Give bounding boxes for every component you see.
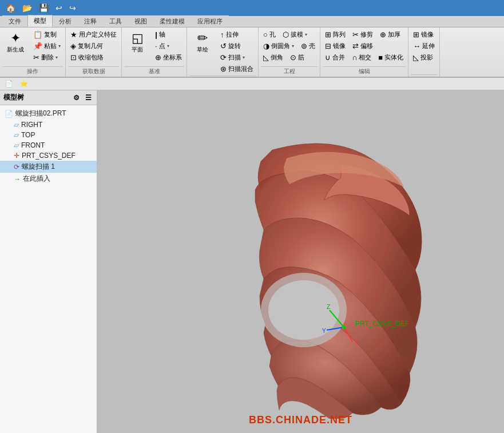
- ribbon-tabs: 文件 模型 分析 注释 工具 视图 柔性建模 应用程序: [0, 16, 504, 27]
- sweep-blend-btn[interactable]: ⊛扫描混合: [218, 63, 256, 74]
- tree-item-helix[interactable]: ⟳ 螺旋扫描 1: [0, 161, 97, 173]
- offset-btn[interactable]: ⇄偏移: [350, 41, 375, 51]
- tab-apps[interactable]: 应用程序: [191, 15, 229, 27]
- tab-analysis[interactable]: 分析: [53, 15, 78, 27]
- tree-title: 模型树: [3, 93, 24, 102]
- watermark: BBS.CHINADE.NET: [249, 414, 352, 426]
- model-tree: 模型树 ⚙ ☰ 📄 螺旋扫描02.PRT ▱ RIGHT ▱ TOP: [0, 90, 97, 433]
- plane-btn[interactable]: ◱ 平面: [124, 29, 150, 55]
- viewport[interactable]: Z Y X PRT_CSYS_DEF BBS.CHINADE.NET: [97, 90, 504, 433]
- tree-item-prt[interactable]: 📄 螺旋扫描02.PRT: [0, 108, 97, 120]
- ribbon: ✦ 新生成 📋复制 📌粘贴▾ ✂删除▾ 操作 ★用户定义特征: [0, 27, 504, 78]
- point-btn[interactable]: ·点▾: [153, 41, 184, 51]
- intersect-btn[interactable]: ∩相交: [350, 52, 374, 63]
- new-generate-btn[interactable]: ✦ 新生成: [2, 29, 29, 55]
- tab-tools[interactable]: 工具: [103, 15, 128, 27]
- rib-btn[interactable]: ⊙筋: [288, 52, 307, 63]
- extrude-btn[interactable]: ↑拉伸: [218, 29, 256, 40]
- thicken-btn[interactable]: ⊕加厚: [378, 29, 403, 40]
- home-btn[interactable]: 🏠: [3, 2, 18, 14]
- copy-btn[interactable]: 📋复制: [31, 29, 63, 40]
- ribbon-section-operations: ✦ 新生成 📋复制 📌粘贴▾ ✂删除▾ 操作: [0, 27, 66, 77]
- tree-columns-btn[interactable]: ☰: [84, 93, 93, 102]
- section-label-extra: [411, 74, 437, 76]
- ribbon-section-extra: ⊞镜像 ↔延伸 ◺投影: [408, 27, 440, 77]
- coord-label: PRT_CSYS_DEF: [355, 320, 409, 328]
- tab-flexible[interactable]: 柔性建模: [153, 15, 191, 27]
- revolve-btn[interactable]: ↺旋转: [218, 41, 256, 51]
- viewport-content: Z Y X PRT_CSYS_DEF BBS.CHINADE.NET: [97, 90, 504, 433]
- tab-file[interactable]: 文件: [2, 15, 27, 27]
- section-label-engineering: 工程: [261, 66, 318, 76]
- tree-item-csys[interactable]: ✛ PRT_CSYS_DEF: [0, 150, 97, 161]
- main-area: 模型树 ⚙ ☰ 📄 螺旋扫描02.PRT ▱ RIGHT ▱ TOP: [0, 90, 504, 433]
- ribbon-section-engineering: ○孔 ⬡拔模▾ ◑倒圆角▾ ⊚壳 ◺倒角: [259, 27, 320, 77]
- open-btn[interactable]: 📂: [20, 2, 34, 14]
- mirror-btn[interactable]: ⊟镜像: [323, 41, 348, 51]
- hole-btn[interactable]: ○孔: [261, 29, 278, 40]
- trim-btn[interactable]: ✂修剪: [350, 29, 375, 40]
- tree-settings-btn[interactable]: ⚙: [72, 93, 81, 102]
- copy-geo-btn[interactable]: ◈复制几何: [68, 41, 119, 51]
- undo-btn[interactable]: ↩: [53, 2, 65, 14]
- sketch-btn[interactable]: ✏ 草绘: [189, 29, 216, 55]
- sweep-btn[interactable]: ⟳扫描▾: [218, 52, 256, 63]
- section-label-operations: 操作: [2, 66, 63, 76]
- tab-model[interactable]: 模型: [27, 15, 53, 27]
- ribbon-section-shape: ✏ 草绘 ↑拉伸 ↺旋转 ⟳扫描▾ ⊛扫描混合 形状: [187, 27, 259, 77]
- extend-btn[interactable]: ↔延伸: [411, 41, 437, 51]
- section-label-datum: 基准: [124, 66, 184, 76]
- svg-point-9: [342, 325, 346, 329]
- svg-text:Z: Z: [327, 304, 330, 310]
- tb-btn-2[interactable]: ⭐: [17, 79, 31, 89]
- tree-item-front[interactable]: ▱ FRONT: [0, 140, 97, 150]
- section-label-edit: 编辑: [323, 66, 406, 76]
- tree-item-top[interactable]: ▱ TOP: [0, 130, 97, 140]
- svg-text:X: X: [354, 339, 358, 345]
- tree-item-right[interactable]: ▱ RIGHT: [0, 120, 97, 130]
- tree-items: 📄 螺旋扫描02.PRT ▱ RIGHT ▱ TOP ▱ FRONT ✛: [0, 105, 97, 187]
- axis-btn[interactable]: |轴: [153, 29, 184, 40]
- tab-view[interactable]: 视图: [128, 15, 153, 27]
- merge-btn[interactable]: ∪合并: [323, 52, 347, 63]
- ribbon-section-edit: ⊞阵列 ✂修剪 ⊕加厚 ⊟镜像 ⇄偏移: [320, 27, 408, 77]
- coord-btn[interactable]: ⊕坐标系: [153, 52, 184, 63]
- chamfer-btn[interactable]: ◺倒角: [261, 52, 285, 63]
- fillet-btn[interactable]: ◑倒圆角▾: [261, 41, 296, 51]
- tb-btn-1[interactable]: 📄: [2, 79, 16, 89]
- second-toolbar: 📄 ⭐: [0, 78, 504, 90]
- save-btn[interactable]: 💾: [37, 2, 51, 14]
- section-label-get-data: 获取数据: [68, 66, 119, 76]
- draft-btn[interactable]: ⬡拔模▾: [280, 29, 309, 40]
- pattern-btn[interactable]: ⊞阵列: [323, 29, 348, 40]
- model-svg: Z Y X PRT_CSYS_DEF: [175, 116, 427, 419]
- ribbon-section-get-data: ★用户定义特征 ◈复制几何 ⊡收缩包络 获取数据: [66, 27, 122, 77]
- paste-btn[interactable]: 📌粘贴▾: [31, 41, 63, 51]
- tree-item-insert-here[interactable]: → 在此插入: [0, 173, 97, 185]
- delete-btn[interactable]: ✂删除▾: [31, 52, 63, 63]
- ribbon-section-datum: ◱ 平面 |轴 ·点▾ ⊕坐标系 基准: [122, 27, 187, 77]
- mirror2-btn[interactable]: ⊞镜像: [411, 29, 437, 40]
- project-btn[interactable]: ◺投影: [411, 52, 437, 63]
- shrinkwrap-btn[interactable]: ⊡收缩包络: [68, 52, 119, 63]
- tab-annotation[interactable]: 注释: [78, 15, 103, 27]
- svg-text:Y: Y: [322, 328, 326, 334]
- tree-header: 模型树 ⚙ ☰: [0, 90, 97, 105]
- solidify-btn[interactable]: ■实体化: [376, 52, 406, 63]
- shell-btn[interactable]: ⊚壳: [299, 41, 318, 51]
- redo-btn[interactable]: ↪: [67, 2, 78, 14]
- user-feature-btn[interactable]: ★用户定义特征: [68, 29, 119, 40]
- quick-access-bar: 🏠 📂 💾 ↩ ↪: [0, 0, 504, 16]
- svg-point-2: [268, 280, 339, 340]
